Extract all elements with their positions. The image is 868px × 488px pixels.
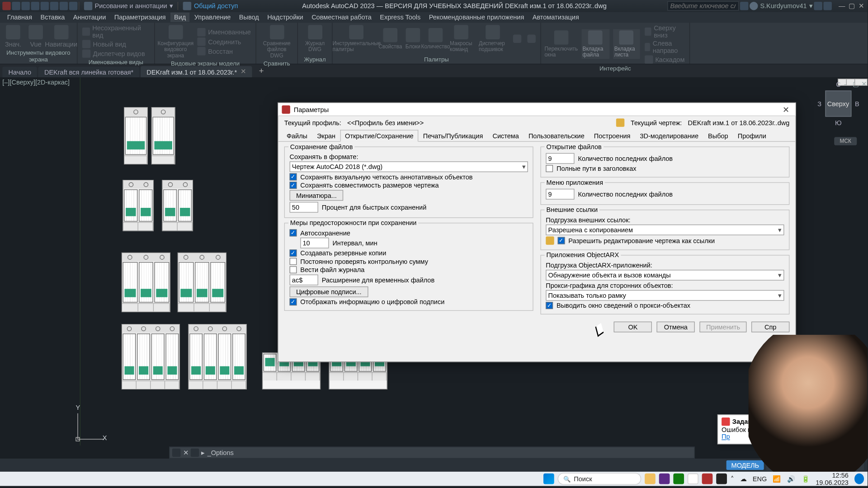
qat-saveas-icon[interactable] — [41, 2, 49, 10]
xbox-icon[interactable] — [673, 474, 684, 484]
history-button[interactable]: Журнал DWG — [302, 24, 328, 54]
menu-Главная[interactable]: Главная — [4, 13, 36, 22]
signature-info-checkbox[interactable] — [290, 298, 297, 305]
options-tab-5[interactable]: Пользовательские — [524, 130, 589, 141]
menu-Рекомендованные приложения[interactable]: Рекомендованные приложения — [425, 13, 528, 22]
close-button[interactable]: ✕ — [857, 2, 865, 10]
cancel-button[interactable]: Отмена — [657, 322, 695, 333]
menu-Надстройки[interactable]: Надстройки — [264, 13, 307, 22]
new-view-item[interactable]: Новый вид — [81, 39, 151, 49]
qat-save-icon[interactable] — [31, 2, 39, 10]
save-format-select[interactable]: Чертеж AutoCAD 2018 (*.dwg) — [290, 161, 528, 172]
options-tab-8[interactable]: Выбор — [703, 130, 733, 141]
digital-signatures-button[interactable]: Цифровые подписи... — [290, 286, 368, 297]
menu-Аннотации[interactable]: Аннотации — [70, 13, 109, 22]
proxy-graphics-select[interactable]: Показывать только рамку — [546, 290, 784, 301]
command-line[interactable]: ✕ ▸ _Options — [169, 446, 694, 458]
autocad-icon[interactable] — [702, 474, 713, 484]
user-menu[interactable]: S.Kurdyumov41 ▾ — [750, 2, 813, 10]
clock-date[interactable]: 19.06.2023 — [816, 479, 849, 486]
logfile-checkbox[interactable] — [290, 266, 297, 273]
chrome-icon[interactable] — [688, 474, 698, 484]
start-button[interactable] — [543, 474, 554, 484]
quicksave-percent-input[interactable] — [290, 202, 318, 213]
crc-checkbox[interactable] — [290, 258, 297, 265]
new-tab-button[interactable]: + — [253, 64, 270, 77]
viewcube-button[interactable]: Vue — [26, 24, 45, 49]
wifi-icon[interactable]: 📶 — [773, 475, 781, 483]
arx-load-select[interactable]: Обнаружение объекта и вызов команды — [546, 270, 784, 281]
obs-icon[interactable] — [716, 474, 727, 484]
autodesk-app-icon[interactable] — [814, 2, 822, 10]
switch-windows-button[interactable]: Переключить окна — [545, 29, 578, 59]
temp-ext-input[interactable] — [290, 275, 318, 286]
cmd-close-icon[interactable]: ✕ — [183, 449, 189, 456]
ok-button[interactable]: OK — [614, 322, 652, 333]
size-compat-checkbox[interactable] — [290, 182, 297, 189]
viewport-controls[interactable]: [–][Сверху][2D-каркас] — ▢ ✕ — [2, 79, 70, 86]
minimize-button[interactable]: — — [838, 2, 846, 10]
apply-button[interactable]: Применить — [700, 322, 747, 333]
options-tab-3[interactable]: Печать/Публикация — [418, 130, 488, 141]
qat-redo-icon[interactable] — [69, 2, 77, 10]
autosave-checkbox[interactable] — [290, 229, 297, 236]
autosave-interval-input[interactable] — [300, 238, 329, 249]
full-path-checkbox[interactable] — [546, 165, 553, 172]
view-manager-item[interactable]: Диспетчер видов — [81, 49, 151, 58]
qat-undo-icon[interactable] — [60, 2, 68, 10]
cmd-menu-icon[interactable] — [172, 448, 180, 456]
menu-Вывод[interactable]: Вывод — [236, 13, 263, 22]
help-icon[interactable] — [823, 2, 831, 10]
volume-icon[interactable]: 🔊 — [787, 475, 795, 483]
recent-files-input[interactable] — [546, 153, 574, 164]
appmenu-recent-input[interactable] — [546, 189, 574, 200]
tab-close-icon[interactable]: ✕ — [241, 68, 246, 75]
menu-Управление[interactable]: Управление — [191, 13, 234, 22]
maximize-button[interactable]: ▢ — [847, 2, 855, 10]
doc-tab[interactable]: DEKraft изм.1 от 18.06.2023г.*✕ — [141, 66, 252, 77]
options-tab-9[interactable]: Профили — [733, 130, 771, 141]
menu-Совместная работа[interactable]: Совместная работа — [308, 13, 375, 22]
qat-new-icon[interactable] — [12, 2, 20, 10]
model-space-button[interactable]: МОДЕЛЬ — [726, 460, 764, 470]
doc-tab[interactable]: Начало — [2, 67, 37, 78]
compare-button[interactable]: Сравнение файлов DWG — [260, 24, 294, 60]
options-tab-6[interactable]: Построения — [589, 130, 635, 141]
vp-config-button[interactable]: Конфигурация видового экрана — [159, 24, 193, 60]
options-tab-2[interactable]: Открытие/Сохранение — [340, 130, 419, 141]
ucsicon-button[interactable]: Знач. — [4, 24, 23, 49]
view-cube[interactable]: С ЗСверхуВ Ю — [817, 81, 859, 135]
navbar-button[interactable]: Навигации — [49, 24, 73, 49]
app-icon-1[interactable] — [659, 474, 670, 484]
unsaved-view-item[interactable]: Несохраненный вид — [81, 24, 151, 39]
help-search-input[interactable] — [667, 1, 739, 11]
xref-edit-checkbox[interactable] — [558, 237, 565, 244]
options-tab-0[interactable]: Файлы — [282, 130, 312, 141]
proxy-info-checkbox[interactable] — [546, 302, 553, 309]
language-indicator[interactable]: ENG — [753, 475, 767, 483]
options-tab-7[interactable]: 3D-моделирование — [635, 130, 703, 141]
options-tab-1[interactable]: Экран — [312, 130, 340, 141]
search-icon[interactable] — [740, 2, 748, 10]
workspace-dropdown[interactable]: Рисование и аннотации ▾ — [80, 2, 177, 10]
dialog-close-button[interactable]: ✕ — [780, 104, 792, 114]
clock-time[interactable]: 12:56 — [816, 472, 849, 479]
wcs-label[interactable]: МСК — [834, 137, 857, 145]
qat-plot-icon[interactable] — [50, 2, 58, 10]
backup-checkbox[interactable] — [290, 249, 297, 257]
annotative-fidelity-checkbox[interactable] — [290, 174, 297, 181]
explorer-icon[interactable] — [645, 474, 656, 484]
qat-open-icon[interactable] — [21, 2, 29, 10]
taskbar-search[interactable]: Поиск — [558, 473, 642, 484]
menu-Вставка[interactable]: Вставка — [37, 13, 69, 22]
options-tab-4[interactable]: Система — [488, 130, 524, 141]
help-button[interactable]: Спр — [751, 322, 789, 333]
menu-Express Tools[interactable]: Express Tools — [376, 13, 424, 22]
doc-tab[interactable]: DEKraft вся линейка готовая* — [38, 67, 140, 78]
tray-chevron-icon[interactable]: ˄ — [731, 475, 734, 483]
menu-Вид[interactable]: Вид — [170, 13, 189, 22]
copilot-icon[interactable] — [854, 474, 864, 484]
xref-load-select[interactable]: Разрешена с копированием — [546, 225, 784, 235]
battery-icon[interactable]: 🔋 — [802, 475, 810, 483]
menu-Автоматизация[interactable]: Автоматизация — [529, 13, 583, 22]
